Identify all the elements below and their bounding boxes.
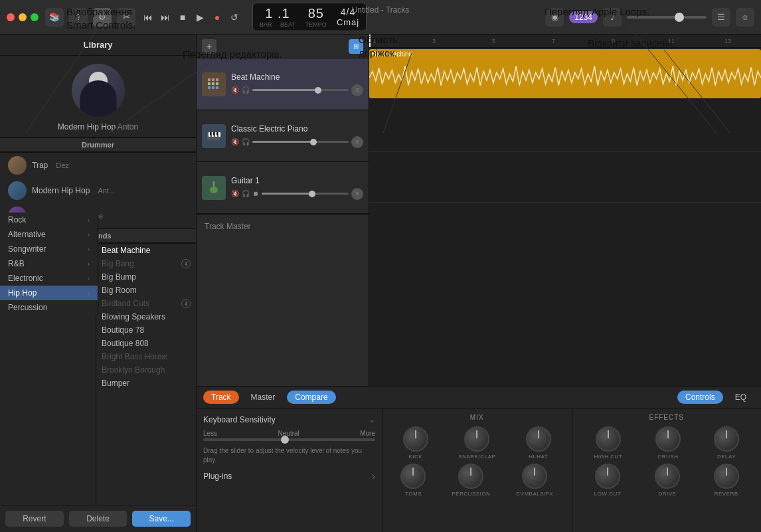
sound-item-bigroom[interactable]: Big Room <box>96 284 196 297</box>
cymbalsfx-knob[interactable] <box>522 464 547 489</box>
volume-slider-beatmachine[interactable] <box>252 89 349 91</box>
tracks-area: + ⊞ <box>197 35 761 386</box>
hihat-knob[interactable] <box>526 426 551 452</box>
genre-electronic[interactable]: Electronic › <box>0 271 98 286</box>
cycle-icon: ↺ <box>230 12 238 23</box>
master-track-button[interactable]: ◉ <box>545 8 564 27</box>
record-button[interactable]: ● <box>210 10 224 25</box>
mute-beatmachine[interactable]: 🔇 <box>231 86 239 94</box>
drummer-item-trap[interactable]: Trap Dez <box>0 153 196 178</box>
svg-rect-9 <box>212 82 214 85</box>
sound-item-beatmachine[interactable]: Beat Machine <box>96 244 196 257</box>
revert-button[interactable]: Revert <box>5 511 64 527</box>
snareclap-knob[interactable] <box>464 426 489 452</box>
tab-compare[interactable]: Compare <box>287 391 335 404</box>
add-track-button[interactable]: + <box>202 39 216 54</box>
sound-item-brightbass[interactable]: Bright Bass House <box>96 350 196 363</box>
genre-rock[interactable]: Rock › <box>0 213 98 227</box>
vol-thumb-piano <box>310 139 317 145</box>
stop-button[interactable]: ■ <box>175 10 190 25</box>
rewind-button[interactable]: ⏮ <box>141 10 155 25</box>
drive-knob[interactable] <box>655 464 680 489</box>
delay-knob[interactable] <box>714 426 739 452</box>
timeline-content[interactable]: Beat Machine <box>369 48 761 386</box>
sound-item-bigbump[interactable]: Big Bump <box>96 270 196 284</box>
track-row-piano[interactable]: Classic Electric Piano 🔇 🎧 ⊙ <box>197 110 369 162</box>
scissors-button[interactable]: ✂ <box>117 8 135 27</box>
close-button[interactable] <box>7 13 15 21</box>
crush-knob[interactable] <box>655 426 681 452</box>
play-button[interactable]: ▶ <box>193 10 207 25</box>
drummer-avatar-modernhiphop <box>8 181 27 200</box>
fast-forward-button[interactable]: ⏭ <box>158 10 173 25</box>
reverb-knob[interactable] <box>714 464 739 489</box>
ruler-mark-9: 9 <box>612 38 615 44</box>
fullscreen-button[interactable] <box>31 13 39 21</box>
genre-percussion[interactable]: Percussion <box>0 300 98 315</box>
metronome-button[interactable]: ♩ <box>603 8 622 27</box>
alternative-chevron: › <box>88 231 90 238</box>
cycle-button[interactable]: ↺ <box>227 10 242 25</box>
mute-guitar[interactable]: 🔇 <box>231 190 239 197</box>
delete-button[interactable]: Delete <box>69 511 127 527</box>
artist-silhouette <box>80 80 116 117</box>
sensitivity-slider-track[interactable] <box>203 438 375 441</box>
mute-piano[interactable]: 🔇 <box>231 138 239 145</box>
sound-item-bumper[interactable]: Bumper <box>96 377 196 390</box>
svg-rect-8 <box>208 82 211 85</box>
volume-slider-piano[interactable] <box>252 141 349 143</box>
sound-item-blowing[interactable]: Blowing Speakers <box>96 310 196 323</box>
genre-songwriter[interactable]: Songwriter › <box>0 242 98 256</box>
birdland-download-icon[interactable]: ⬇ <box>181 299 191 308</box>
tab-controls[interactable]: Controls <box>677 391 723 404</box>
tab-eq[interactable]: EQ <box>727 391 754 404</box>
track-end-piano[interactable]: ⊙ <box>351 136 363 148</box>
bigbang-download-icon[interactable]: ⬇ <box>181 259 191 268</box>
position-display[interactable]: 1 .1 BAR BEAT 85 TEMPO 4/4 Cmaj <box>252 3 367 31</box>
svg-rect-7 <box>216 78 218 81</box>
toms-knob[interactable] <box>400 464 426 489</box>
sound-item-boutique808[interactable]: Boutique 808 <box>96 337 196 350</box>
track-row-beatmachine[interactable]: Beat Machine 🔇 🎧 ⊙ <box>197 58 369 110</box>
apple-loops-button[interactable]: ⌾ <box>736 8 754 27</box>
svg-point-22 <box>210 187 218 193</box>
ruler-mark-7: 7 <box>552 38 555 44</box>
genre-rnb[interactable]: R&B › <box>0 256 98 271</box>
save-button[interactable]: Save... <box>132 511 191 527</box>
track-name-beatmachine: Beat Machine <box>231 72 363 82</box>
percussion-knob[interactable] <box>458 464 483 489</box>
sound-item-boutique78[interactable]: Boutique 78 <box>96 323 196 337</box>
sensitivity-slider[interactable]: Less Neutral More <box>203 430 375 441</box>
drummer-item-modernhiphop[interactable]: Modern Hip Hop Ant... <box>0 178 196 203</box>
headphones-guitar[interactable]: 🎧 <box>242 190 250 197</box>
help-button[interactable]: ? <box>69 8 88 27</box>
songwriter-chevron: › <box>88 246 90 253</box>
lowcut-knob[interactable] <box>595 464 620 489</box>
highcut-knob[interactable] <box>596 426 621 452</box>
genre-hiphop[interactable]: Hip Hop › <box>0 286 98 300</box>
smart-controls-button[interactable]: ⚙ <box>93 8 112 27</box>
track-view-toggle[interactable]: ⊞ <box>349 39 363 54</box>
kick-knob[interactable] <box>403 426 428 452</box>
beat-machine-block[interactable]: Beat Machine <box>369 49 761 98</box>
record-arm-guitar[interactable]: ⏺ <box>252 190 259 197</box>
headphones-piano[interactable]: 🎧 <box>242 138 250 145</box>
tab-track[interactable]: Track <box>203 391 239 404</box>
sound-item-bigbang[interactable]: Big Bang ⬇ <box>96 257 196 270</box>
headphones-beatmachine[interactable]: 🎧 <box>242 86 250 94</box>
sound-item-birdland[interactable]: Birdland Cuts ⬇ <box>96 297 196 310</box>
tab-master[interactable]: Master <box>243 391 284 404</box>
lcd-badge[interactable]: 1234 <box>569 11 598 23</box>
list-editors-button[interactable]: ☰ <box>712 8 730 27</box>
svg-rect-18 <box>218 132 220 137</box>
plugins-row: Plug-ins › <box>203 470 375 482</box>
track-end-beatmachine[interactable]: ⊙ <box>351 84 363 96</box>
genre-alternative[interactable]: Alternative › <box>0 227 98 242</box>
volume-slider-guitar[interactable] <box>262 193 349 195</box>
track-row-guitar[interactable]: Guitar 1 🔇 🎧 ⏺ ⊙ <box>197 162 369 214</box>
sound-library-button[interactable]: 📚 <box>45 8 64 27</box>
track-end-guitar[interactable]: ⊙ <box>351 188 363 200</box>
minimize-button[interactable] <box>19 13 27 21</box>
sound-item-brooklyn[interactable]: Brooklyn Borough <box>96 363 196 377</box>
master-volume-slider[interactable] <box>627 16 707 19</box>
